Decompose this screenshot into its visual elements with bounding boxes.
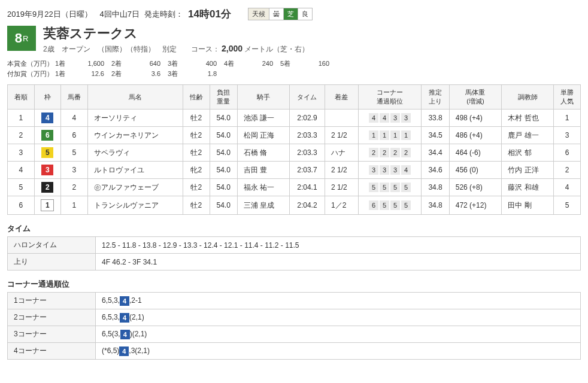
col-jockey: 騎手	[237, 85, 289, 110]
agari-value: 4F 46.2 - 3F 34.1	[96, 254, 581, 270]
race-title-row: 8R 芙蓉ステークス 2歳 オープン （国際）（特指） 別定 コース： 2,00…	[7, 26, 581, 54]
col-rank: 着順	[8, 85, 35, 110]
agari-label: 上り	[8, 254, 96, 270]
col-pop: 単勝人気	[554, 85, 581, 110]
race-number-badge: 8R	[7, 26, 36, 51]
corner-row: 3コーナー6,5(3,4)(2,1)	[8, 326, 581, 343]
corner-pass-table: 1コーナー6,5,3,4,2-12コーナー6,5,3,4(2,1)3コーナー6,…	[7, 292, 581, 360]
table-row: 144オーソリティ牡254.0池添 謙一2:02.9443333.8498 (+…	[8, 110, 581, 127]
race-subtitle: 2歳 オープン （国際）（特指） 別定 コース： 2,000 メートル（芝・右）	[43, 44, 309, 54]
col-num: 馬番	[61, 85, 88, 110]
weather-label: 天候	[248, 8, 269, 20]
table-row: 611トランシルヴァニア牡254.0三浦 皇成2:04.21／2655534.8…	[8, 196, 581, 215]
track-conditions: 天候 曇 芝 良	[248, 8, 313, 20]
course-distance: 2,000	[222, 44, 243, 53]
start-time: 14時01分	[188, 7, 231, 21]
col-time: タイム	[289, 85, 325, 110]
furlong-label: ハロンタイム	[8, 237, 96, 254]
time-table: ハロンタイム 12.5 - 11.8 - 13.8 - 12.9 - 13.3 …	[7, 236, 581, 270]
corner-section-title: コーナー通過順位	[7, 279, 581, 290]
furlong-value: 12.5 - 11.8 - 13.8 - 12.9 - 13.3 - 12.4 …	[96, 237, 581, 254]
corner-row: 1コーナー6,5,3,4,2-1	[8, 293, 581, 309]
corner-row: 4コーナー(*6,5)4,3(2,1)	[8, 343, 581, 360]
table-row: 355サペラヴィ牡254.0石橋 脩2:03.3ハナ222234.4464 (-…	[8, 144, 581, 162]
col-weight: 負担重量	[210, 85, 237, 110]
col-waku: 枠	[34, 85, 61, 110]
race-date: 2019年9月22日（日曜） 4回中山7日	[7, 9, 140, 20]
col-name: 馬名	[87, 85, 183, 110]
turf-label: 芝	[284, 8, 298, 20]
col-corner: コーナー通過順位	[358, 85, 422, 110]
time-section-title: タイム	[7, 223, 581, 234]
race-name: 芙蓉ステークス	[43, 26, 309, 41]
col-bweight: 馬体重(増減)	[449, 85, 502, 110]
table-row: 266ウインカーネリアン牡254.0松岡 正海2:03.32 1/2111134…	[8, 127, 581, 144]
table-row: 433ルトロヴァイユ牝254.0吉田 豊2:03.72 1/2333434.64…	[8, 162, 581, 179]
col-sex: 性齢	[183, 85, 210, 110]
col-agari: 推定上り	[422, 85, 449, 110]
corner-row: 2コーナー6,5,3,4(2,1)	[8, 309, 581, 326]
col-trainer: 調教師	[502, 85, 554, 110]
table-row: 522㊭アルファウェーブ牡254.0福永 祐一2:04.12 1/2555534…	[8, 179, 581, 196]
start-time-label: 発走時刻：	[144, 9, 183, 20]
prize-money: 本賞金（万円）1着1,6002着6403着4004着2405着160 付加賞（万…	[7, 59, 581, 78]
col-margin: 着差	[325, 85, 359, 110]
results-table: 着順枠馬番馬名性齢負担重量騎手タイム着差コーナー通過順位推定上り馬体重(増減)調…	[7, 84, 581, 215]
turf-condition-value: 良	[298, 8, 312, 20]
header-line: 2019年9月22日（日曜） 4回中山7日 発走時刻： 14時01分 天候 曇 …	[7, 7, 581, 21]
weather-value: 曇	[269, 8, 284, 20]
